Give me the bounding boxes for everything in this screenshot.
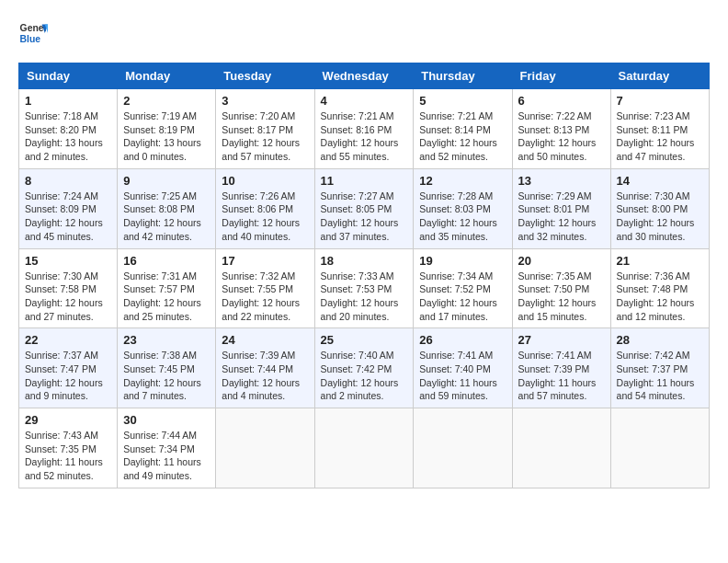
day-info: Sunrise: 7:30 AMSunset: 7:58 PMDaylight:… (25, 270, 111, 324)
weekday-header-saturday: Saturday (610, 63, 709, 89)
calendar-week-5: 29Sunrise: 7:43 AMSunset: 7:35 PMDayligh… (19, 408, 710, 488)
day-info: Sunrise: 7:24 AMSunset: 8:09 PMDaylight:… (25, 190, 111, 244)
calendar-cell: 16Sunrise: 7:31 AMSunset: 7:57 PMDayligh… (118, 248, 216, 328)
day-info: Sunrise: 7:18 AMSunset: 8:20 PMDaylight:… (25, 109, 111, 164)
calendar-cell: 26Sunrise: 7:41 AMSunset: 7:40 PMDayligh… (414, 328, 512, 408)
day-info: Sunrise: 7:25 AMSunset: 8:08 PMDaylight:… (123, 190, 210, 244)
day-info: Sunrise: 7:42 AMSunset: 7:37 PMDaylight:… (617, 349, 703, 403)
calendar-cell: 7Sunrise: 7:23 AMSunset: 8:11 PMDaylight… (610, 89, 709, 169)
day-info: Sunrise: 7:37 AMSunset: 7:47 PMDaylight:… (25, 349, 111, 403)
day-info: Sunrise: 7:21 AMSunset: 8:14 PMDaylight:… (419, 109, 506, 164)
calendar-cell: 24Sunrise: 7:39 AMSunset: 7:44 PMDayligh… (216, 328, 314, 408)
day-info: Sunrise: 7:30 AMSunset: 8:00 PMDaylight:… (617, 190, 703, 244)
day-info: Sunrise: 7:23 AMSunset: 8:11 PMDaylight:… (617, 109, 703, 164)
day-number: 8 (25, 174, 111, 188)
day-info: Sunrise: 7:19 AMSunset: 8:19 PMDaylight:… (123, 109, 210, 164)
calendar-cell: 6Sunrise: 7:22 AMSunset: 8:13 PMDaylight… (512, 89, 610, 169)
calendar-cell: 22Sunrise: 7:37 AMSunset: 7:47 PMDayligh… (19, 328, 118, 408)
day-info: Sunrise: 7:34 AMSunset: 7:52 PMDaylight:… (419, 270, 506, 324)
day-number: 16 (123, 254, 210, 268)
day-info: Sunrise: 7:20 AMSunset: 8:17 PMDaylight:… (222, 109, 308, 164)
calendar-cell: 12Sunrise: 7:28 AMSunset: 8:03 PMDayligh… (414, 168, 512, 248)
day-number: 7 (617, 94, 703, 108)
day-number: 22 (25, 333, 111, 347)
calendar-week-2: 8Sunrise: 7:24 AMSunset: 8:09 PMDaylight… (19, 168, 710, 248)
day-number: 29 (25, 413, 111, 427)
day-number: 25 (321, 333, 408, 347)
day-info: Sunrise: 7:41 AMSunset: 7:39 PMDaylight:… (518, 349, 605, 403)
day-info: Sunrise: 7:21 AMSunset: 8:16 PMDaylight:… (321, 109, 408, 164)
weekday-header-friday: Friday (512, 63, 610, 89)
day-number: 15 (25, 254, 111, 268)
calendar-cell: 8Sunrise: 7:24 AMSunset: 8:09 PMDaylight… (19, 168, 118, 248)
day-info: Sunrise: 7:36 AMSunset: 7:48 PMDaylight:… (617, 270, 703, 324)
day-number: 28 (617, 333, 703, 347)
calendar-cell: 10Sunrise: 7:26 AMSunset: 8:06 PMDayligh… (216, 168, 314, 248)
day-number: 23 (123, 333, 210, 347)
day-info: Sunrise: 7:39 AMSunset: 7:44 PMDaylight:… (222, 349, 308, 403)
calendar-cell: 5Sunrise: 7:21 AMSunset: 8:14 PMDaylight… (414, 89, 512, 169)
day-number: 6 (518, 94, 605, 108)
day-number: 13 (518, 174, 605, 188)
logo: General Blue (18, 18, 48, 48)
calendar-cell: 19Sunrise: 7:34 AMSunset: 7:52 PMDayligh… (414, 248, 512, 328)
day-number: 14 (617, 174, 703, 188)
calendar-cell: 4Sunrise: 7:21 AMSunset: 8:16 PMDaylight… (314, 89, 414, 169)
calendar-cell: 21Sunrise: 7:36 AMSunset: 7:48 PMDayligh… (610, 248, 709, 328)
day-info: Sunrise: 7:38 AMSunset: 7:45 PMDaylight:… (123, 349, 210, 403)
day-info: Sunrise: 7:40 AMSunset: 7:42 PMDaylight:… (321, 349, 408, 403)
weekday-header-tuesday: Tuesday (216, 63, 314, 89)
calendar-cell: 9Sunrise: 7:25 AMSunset: 8:08 PMDaylight… (118, 168, 216, 248)
day-number: 3 (222, 94, 308, 108)
page-header: General Blue (18, 18, 710, 48)
calendar-cell: 11Sunrise: 7:27 AMSunset: 8:05 PMDayligh… (314, 168, 414, 248)
calendar-cell (216, 408, 314, 488)
calendar-cell (414, 408, 512, 488)
day-number: 10 (222, 174, 308, 188)
day-info: Sunrise: 7:31 AMSunset: 7:57 PMDaylight:… (123, 270, 210, 324)
calendar-week-1: 1Sunrise: 7:18 AMSunset: 8:20 PMDaylight… (19, 89, 710, 169)
calendar-cell: 18Sunrise: 7:33 AMSunset: 7:53 PMDayligh… (314, 248, 414, 328)
calendar-cell: 2Sunrise: 7:19 AMSunset: 8:19 PMDaylight… (118, 89, 216, 169)
calendar-week-4: 22Sunrise: 7:37 AMSunset: 7:47 PMDayligh… (19, 328, 710, 408)
calendar-cell: 20Sunrise: 7:35 AMSunset: 7:50 PMDayligh… (512, 248, 610, 328)
day-info: Sunrise: 7:33 AMSunset: 7:53 PMDaylight:… (321, 270, 408, 324)
day-number: 20 (518, 254, 605, 268)
svg-text:Blue: Blue (20, 34, 41, 44)
day-number: 24 (222, 333, 308, 347)
day-info: Sunrise: 7:28 AMSunset: 8:03 PMDaylight:… (419, 190, 506, 244)
calendar-cell: 3Sunrise: 7:20 AMSunset: 8:17 PMDaylight… (216, 89, 314, 169)
weekday-header-row: SundayMondayTuesdayWednesdayThursdayFrid… (19, 63, 710, 89)
calendar-cell: 14Sunrise: 7:30 AMSunset: 8:00 PMDayligh… (610, 168, 709, 248)
day-number: 12 (419, 174, 506, 188)
day-info: Sunrise: 7:32 AMSunset: 7:55 PMDaylight:… (222, 270, 308, 324)
day-info: Sunrise: 7:26 AMSunset: 8:06 PMDaylight:… (222, 190, 308, 244)
calendar-cell: 17Sunrise: 7:32 AMSunset: 7:55 PMDayligh… (216, 248, 314, 328)
day-number: 21 (617, 254, 703, 268)
day-number: 4 (321, 94, 408, 108)
weekday-header-sunday: Sunday (19, 63, 118, 89)
day-number: 17 (222, 254, 308, 268)
day-number: 19 (419, 254, 506, 268)
calendar-cell (512, 408, 610, 488)
calendar-week-3: 15Sunrise: 7:30 AMSunset: 7:58 PMDayligh… (19, 248, 710, 328)
calendar-cell: 15Sunrise: 7:30 AMSunset: 7:58 PMDayligh… (19, 248, 118, 328)
logo-icon: General Blue (18, 18, 48, 48)
calendar-cell: 27Sunrise: 7:41 AMSunset: 7:39 PMDayligh… (512, 328, 610, 408)
day-number: 11 (321, 174, 408, 188)
day-number: 1 (25, 94, 111, 108)
day-info: Sunrise: 7:29 AMSunset: 8:01 PMDaylight:… (518, 190, 605, 244)
calendar-cell: 25Sunrise: 7:40 AMSunset: 7:42 PMDayligh… (314, 328, 414, 408)
calendar-cell: 1Sunrise: 7:18 AMSunset: 8:20 PMDaylight… (19, 89, 118, 169)
day-info: Sunrise: 7:27 AMSunset: 8:05 PMDaylight:… (321, 190, 408, 244)
calendar-cell (314, 408, 414, 488)
calendar-cell (610, 408, 709, 488)
calendar-cell: 30Sunrise: 7:44 AMSunset: 7:34 PMDayligh… (118, 408, 216, 488)
day-number: 9 (123, 174, 210, 188)
day-info: Sunrise: 7:44 AMSunset: 7:34 PMDaylight:… (123, 429, 210, 483)
day-number: 18 (321, 254, 408, 268)
calendar-cell: 23Sunrise: 7:38 AMSunset: 7:45 PMDayligh… (118, 328, 216, 408)
day-number: 27 (518, 333, 605, 347)
day-number: 2 (123, 94, 210, 108)
weekday-header-monday: Monday (118, 63, 216, 89)
